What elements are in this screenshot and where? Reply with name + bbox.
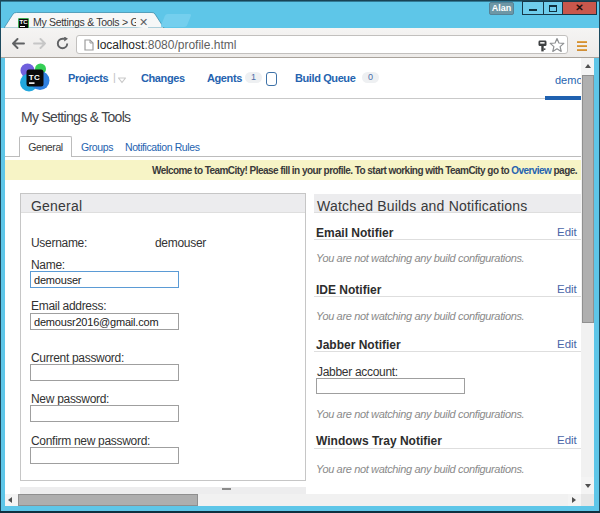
svg-text:TC: TC xyxy=(29,73,40,82)
